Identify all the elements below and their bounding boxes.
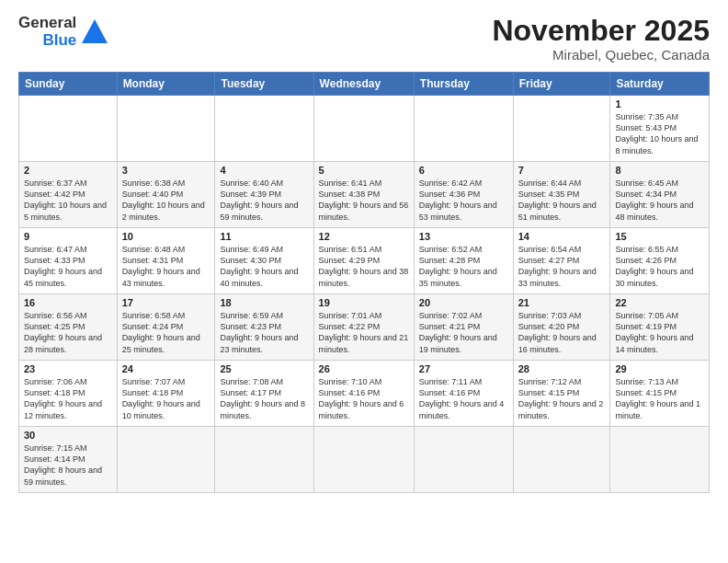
svg-marker-0 [82,19,108,43]
calendar-cell: 7Sunrise: 6:44 AM Sunset: 4:35 PM Daylig… [513,162,610,228]
title-block: November 2025 Mirabel, Quebec, Canada [492,15,710,63]
calendar-cell [313,96,414,162]
calendar-cell: 20Sunrise: 7:02 AM Sunset: 4:21 PM Dayli… [414,294,513,361]
month-title: November 2025 [492,15,710,47]
logo-general-text: General [18,15,76,32]
day-number: 24 [122,363,210,374]
day-number: 1 [615,98,704,109]
calendar-cell [313,427,414,493]
day-info: Sunrise: 7:15 AM Sunset: 4:14 PM Dayligh… [24,442,112,488]
day-number: 15 [615,231,704,242]
calendar-cell [414,96,513,162]
day-number: 3 [122,165,210,176]
header-monday: Monday [117,73,215,96]
day-number: 8 [615,165,704,176]
day-info: Sunrise: 6:45 AM Sunset: 4:34 PM Dayligh… [615,178,704,223]
day-info: Sunrise: 6:56 AM Sunset: 4:25 PM Dayligh… [24,310,112,355]
calendar-cell: 11Sunrise: 6:49 AM Sunset: 4:30 PM Dayli… [215,228,313,294]
day-info: Sunrise: 7:06 AM Sunset: 4:18 PM Dayligh… [24,376,112,421]
calendar-cell: 9Sunrise: 6:47 AM Sunset: 4:33 PM Daylig… [19,228,118,294]
header: General Blue November 2025 Mirabel, Queb… [18,15,710,63]
calendar-cell [414,427,513,493]
day-number: 16 [24,297,112,308]
day-info: Sunrise: 7:03 AM Sunset: 4:20 PM Dayligh… [518,310,606,355]
header-friday: Friday [513,73,610,96]
day-number: 17 [122,297,210,308]
day-info: Sunrise: 6:38 AM Sunset: 4:40 PM Dayligh… [122,178,210,223]
day-number: 29 [615,363,704,374]
calendar-cell: 12Sunrise: 6:51 AM Sunset: 4:29 PM Dayli… [313,228,414,294]
calendar-cell [513,427,610,493]
calendar-cell [117,96,215,162]
day-number: 28 [518,363,606,374]
header-saturday: Saturday [610,73,710,96]
calendar-week-row: 9Sunrise: 6:47 AM Sunset: 4:33 PM Daylig… [19,228,710,294]
calendar-cell: 22Sunrise: 7:05 AM Sunset: 4:19 PM Dayli… [610,294,710,361]
day-number: 22 [615,297,704,308]
calendar-cell: 5Sunrise: 6:41 AM Sunset: 4:38 PM Daylig… [313,162,414,228]
header-sunday: Sunday [19,73,118,96]
header-thursday: Thursday [414,73,513,96]
calendar-cell: 15Sunrise: 6:55 AM Sunset: 4:26 PM Dayli… [610,228,710,294]
calendar-week-row: 16Sunrise: 6:56 AM Sunset: 4:25 PM Dayli… [19,294,710,361]
calendar-cell: 6Sunrise: 6:42 AM Sunset: 4:36 PM Daylig… [414,162,513,228]
day-info: Sunrise: 6:58 AM Sunset: 4:24 PM Dayligh… [122,310,210,355]
day-info: Sunrise: 6:41 AM Sunset: 4:38 PM Dayligh… [319,178,409,223]
day-info: Sunrise: 6:59 AM Sunset: 4:23 PM Dayligh… [220,310,308,355]
day-number: 20 [419,297,508,308]
day-info: Sunrise: 6:47 AM Sunset: 4:33 PM Dayligh… [24,244,112,289]
day-info: Sunrise: 7:07 AM Sunset: 4:18 PM Dayligh… [122,376,210,421]
calendar-week-row: 2Sunrise: 6:37 AM Sunset: 4:42 PM Daylig… [19,162,710,228]
calendar-week-row: 30Sunrise: 7:15 AM Sunset: 4:14 PM Dayli… [19,427,710,493]
day-info: Sunrise: 6:44 AM Sunset: 4:35 PM Dayligh… [518,178,606,223]
calendar-cell [513,96,610,162]
calendar-cell: 18Sunrise: 6:59 AM Sunset: 4:23 PM Dayli… [215,294,313,361]
calendar-cell: 21Sunrise: 7:03 AM Sunset: 4:20 PM Dayli… [513,294,610,361]
day-number: 7 [518,165,606,176]
day-number: 19 [319,297,409,308]
day-info: Sunrise: 7:08 AM Sunset: 4:17 PM Dayligh… [220,376,308,421]
day-number: 27 [419,363,508,374]
calendar-cell: 29Sunrise: 7:13 AM Sunset: 4:15 PM Dayli… [610,361,710,427]
day-info: Sunrise: 6:54 AM Sunset: 4:27 PM Dayligh… [518,244,606,289]
calendar-cell: 3Sunrise: 6:38 AM Sunset: 4:40 PM Daylig… [117,162,215,228]
day-number: 4 [220,165,308,176]
day-info: Sunrise: 6:42 AM Sunset: 4:36 PM Dayligh… [419,178,508,223]
calendar-cell: 24Sunrise: 7:07 AM Sunset: 4:18 PM Dayli… [117,361,215,427]
day-info: Sunrise: 7:02 AM Sunset: 4:21 PM Dayligh… [419,310,508,355]
day-info: Sunrise: 7:01 AM Sunset: 4:22 PM Dayligh… [319,310,409,355]
calendar-cell: 19Sunrise: 7:01 AM Sunset: 4:22 PM Dayli… [313,294,414,361]
day-info: Sunrise: 7:35 AM Sunset: 5:43 PM Dayligh… [615,111,704,156]
day-number: 26 [319,363,409,374]
day-info: Sunrise: 7:12 AM Sunset: 4:15 PM Dayligh… [518,376,606,421]
day-number: 13 [419,231,508,242]
day-number: 11 [220,231,308,242]
day-info: Sunrise: 6:51 AM Sunset: 4:29 PM Dayligh… [319,244,409,289]
logo: General Blue [18,15,109,49]
calendar-cell: 4Sunrise: 6:40 AM Sunset: 4:39 PM Daylig… [215,162,313,228]
day-number: 14 [518,231,606,242]
day-number: 30 [24,430,112,441]
calendar-cell: 23Sunrise: 7:06 AM Sunset: 4:18 PM Dayli… [19,361,118,427]
day-info: Sunrise: 7:05 AM Sunset: 4:19 PM Dayligh… [615,310,704,355]
calendar-cell: 10Sunrise: 6:48 AM Sunset: 4:31 PM Dayli… [117,228,215,294]
day-number: 6 [419,165,508,176]
day-number: 10 [122,231,210,242]
calendar-cell: 25Sunrise: 7:08 AM Sunset: 4:17 PM Dayli… [215,361,313,427]
page: General Blue November 2025 Mirabel, Queb… [0,0,728,563]
calendar-cell [215,427,313,493]
header-wednesday: Wednesday [313,73,414,96]
location-title: Mirabel, Quebec, Canada [492,47,710,63]
day-info: Sunrise: 7:11 AM Sunset: 4:16 PM Dayligh… [419,376,508,421]
logo-blue-text: Blue [42,32,76,50]
calendar-cell: 17Sunrise: 6:58 AM Sunset: 4:24 PM Dayli… [117,294,215,361]
day-info: Sunrise: 6:40 AM Sunset: 4:39 PM Dayligh… [220,178,308,223]
calendar-cell: 1Sunrise: 7:35 AM Sunset: 5:43 PM Daylig… [610,96,710,162]
calendar-cell: 2Sunrise: 6:37 AM Sunset: 4:42 PM Daylig… [19,162,118,228]
day-number: 2 [24,165,112,176]
calendar-header-row: Sunday Monday Tuesday Wednesday Thursday… [19,73,710,96]
calendar-cell [215,96,313,162]
day-info: Sunrise: 6:37 AM Sunset: 4:42 PM Dayligh… [24,178,112,223]
day-info: Sunrise: 7:13 AM Sunset: 4:15 PM Dayligh… [615,376,704,421]
day-number: 21 [518,297,606,308]
